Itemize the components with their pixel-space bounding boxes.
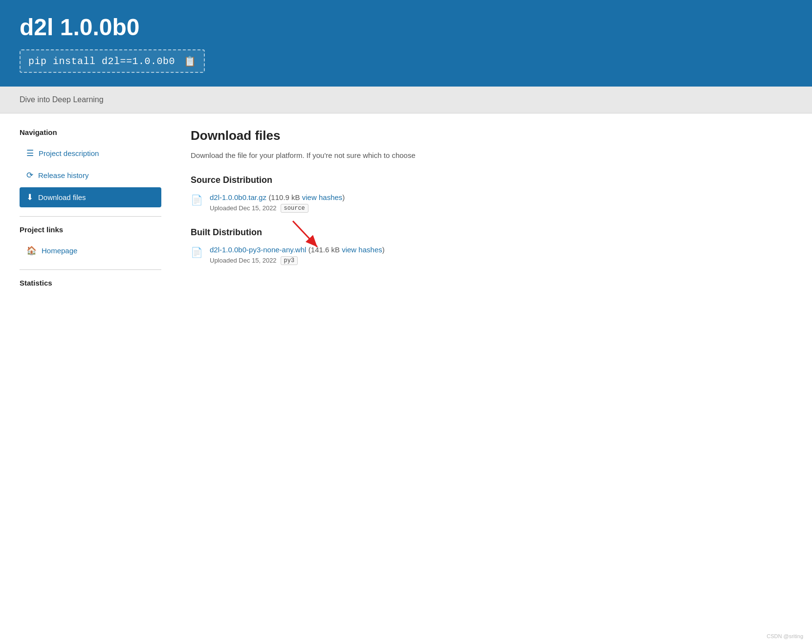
sidebar-item-release-history[interactable]: ⟳ Release history	[20, 165, 161, 185]
source-file-details: d2l-1.0.0b0.tar.gz (110.9 kB view hashes…	[210, 193, 345, 213]
nav-label-release-history: Release history	[38, 171, 88, 179]
sidebar: Navigation ☰ Project description ⟳ Relea…	[20, 128, 161, 287]
file-icon-source: 📄	[191, 194, 203, 206]
nav-label-homepage: Homepage	[42, 246, 77, 255]
built-distribution-section: Built Distribution 📄	[191, 227, 792, 265]
content-description: Download the file for your platform. If …	[191, 150, 792, 161]
statistics-title: Statistics	[20, 279, 161, 287]
header: d2l 1.0.0b0 pip install d2l==1.0.0b0 📋	[0, 0, 812, 87]
built-file-meta: Uploaded Dec 15, 2022 py3	[210, 256, 385, 265]
package-title: d2l 1.0.0b0	[20, 14, 792, 41]
source-file-row: 📄 d2l-1.0.0b0.tar.gz (110.9 kB view hash…	[191, 193, 792, 213]
main-content: Navigation ☰ Project description ⟳ Relea…	[0, 113, 812, 302]
file-icon-built: 📄	[191, 246, 203, 258]
sidebar-item-project-description[interactable]: ☰ Project description	[20, 143, 161, 163]
source-distribution-title: Source Distribution	[191, 175, 792, 185]
source-file-size: (110.9 kB view hashes)	[268, 193, 345, 201]
project-links-title: Project links	[20, 225, 161, 234]
red-arrow-svg	[288, 219, 327, 253]
page-title: Download files	[191, 128, 792, 143]
subtitle-text: Dive into Deep Learning	[20, 95, 104, 104]
built-distribution-title: Built Distribution	[191, 227, 792, 238]
source-file-link[interactable]: d2l-1.0.0b0.tar.gz	[210, 193, 266, 201]
built-file-details: d2l-1.0.0b0-py3-none-any.whl (141.6 kB v…	[210, 245, 385, 265]
source-tag: source	[281, 204, 308, 213]
sidebar-divider-2	[20, 269, 161, 270]
history-icon: ⟳	[26, 170, 33, 180]
navigation-title: Navigation	[20, 128, 161, 136]
home-icon: 🏠	[26, 245, 37, 256]
built-file-row: 📄 d2l-1.0.0b0-py3-none-any.w	[191, 245, 792, 265]
download-icon: ⬇	[26, 192, 33, 202]
source-upload-date: Uploaded Dec 15, 2022	[210, 204, 277, 212]
built-tag: py3	[281, 256, 298, 265]
pip-command: pip install d2l==1.0.0b0	[28, 56, 175, 67]
source-distribution-section: Source Distribution 📄 d2l-1.0.0b0.tar.gz…	[191, 175, 792, 213]
sidebar-divider-1	[20, 216, 161, 217]
source-view-hashes-link[interactable]: view hashes	[302, 193, 343, 201]
svg-line-1	[293, 221, 317, 247]
subtitle-bar: Dive into Deep Learning	[0, 87, 812, 113]
built-view-hashes-link[interactable]: view hashes	[342, 245, 382, 254]
source-file-meta: Uploaded Dec 15, 2022 source	[210, 204, 345, 213]
built-upload-date: Uploaded Dec 15, 2022	[210, 257, 277, 264]
nav-label-project-description: Project description	[39, 149, 99, 157]
nav-label-download-files: Download files	[38, 193, 86, 201]
pip-install-box: pip install d2l==1.0.0b0 📋	[20, 49, 205, 73]
list-icon: ☰	[26, 148, 34, 158]
content-area: Download files Download the file for you…	[191, 128, 792, 287]
sidebar-item-homepage[interactable]: 🏠 Homepage	[20, 241, 161, 261]
arrow-container: d2l-1.0.0b0-py3-none-any.whl (141.6 kB v…	[210, 245, 385, 254]
copy-icon[interactable]: 📋	[184, 55, 196, 67]
sidebar-item-download-files[interactable]: ⬇ Download files	[20, 187, 161, 207]
